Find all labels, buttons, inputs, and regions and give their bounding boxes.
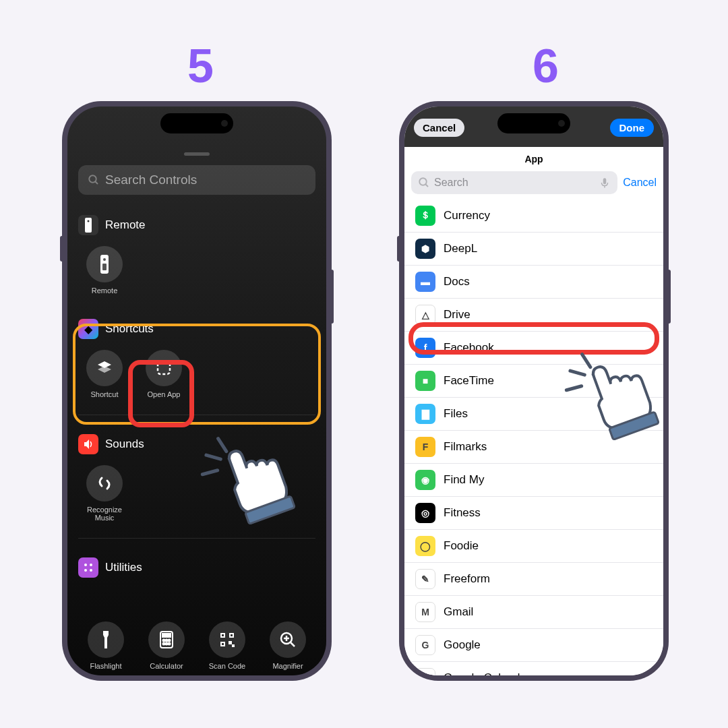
cancel-button[interactable]: Cancel (414, 119, 464, 137)
flashlight-icon (88, 621, 124, 658)
qr-icon (209, 621, 245, 658)
app-item[interactable]: MGmail (404, 596, 663, 629)
search-icon (418, 177, 430, 189)
shazam-icon (86, 465, 123, 502)
svg-line-31 (202, 469, 217, 476)
highlight-orange (73, 324, 321, 425)
sounds-section-icon (78, 434, 98, 454)
search-icon (88, 174, 100, 186)
app-name: Fitness (444, 506, 481, 520)
search-cancel-button[interactable]: Cancel (623, 177, 657, 189)
bottom-controls: Flashlight Calculator Scan Code Magnifie… (67, 621, 326, 670)
magnifier-icon (270, 621, 306, 658)
search-controls-input[interactable]: Search Controls (78, 165, 315, 195)
control-remote[interactable]: Remote (78, 246, 131, 295)
done-button[interactable]: Done (610, 119, 655, 137)
app-icon: ■ (415, 371, 435, 391)
svg-point-11 (90, 569, 92, 572)
app-item[interactable]: GGoogle (404, 629, 663, 662)
svg-line-29 (206, 451, 220, 463)
svg-point-19 (169, 643, 171, 645)
svg-rect-13 (162, 634, 171, 637)
app-name: FaceTime (444, 374, 494, 388)
svg-point-10 (84, 569, 87, 572)
control-magnifier[interactable]: Magnifier (262, 621, 314, 670)
control-recognize-music[interactable]: Recognize Music (78, 465, 131, 522)
search-placeholder: Search Controls (105, 173, 197, 187)
dynamic-island (160, 113, 233, 133)
app-icon: F (415, 437, 435, 457)
svg-point-0 (89, 175, 96, 183)
nav-header: Cancel Done (404, 119, 663, 137)
svg-point-15 (166, 640, 168, 642)
svg-line-34 (582, 353, 590, 368)
control-label: Magnifier (272, 662, 303, 670)
control-flashlight[interactable]: Flashlight (80, 621, 132, 670)
svg-point-8 (84, 564, 87, 566)
app-name: Freeform (444, 572, 490, 586)
app-name: Docs (444, 275, 470, 289)
step-number-6: 6 (533, 39, 559, 93)
control-scan-code[interactable]: Scan Code (201, 621, 253, 670)
app-icon: 31 (415, 668, 435, 675)
mic-icon[interactable] (599, 177, 611, 189)
app-icon: ✎ (415, 569, 435, 589)
app-search-input[interactable]: Search (411, 171, 617, 194)
app-item[interactable]: ◉Find My (404, 464, 663, 497)
panel-title: App (404, 147, 663, 171)
app-item[interactable]: ⬢DeepL (404, 233, 663, 266)
svg-rect-2 (85, 218, 92, 233)
app-item[interactable]: ◯Foodie (404, 530, 663, 563)
app-name: Google Calendar (444, 671, 530, 675)
app-name: Filmarks (444, 440, 487, 454)
app-item[interactable]: ✎Freeform (404, 563, 663, 596)
app-icon: ▬ (415, 272, 435, 292)
sheet-grabber[interactable] (184, 152, 210, 156)
svg-point-17 (163, 643, 165, 645)
app-item[interactable]: ＄Currency (404, 200, 663, 233)
app-item[interactable]: 31Google Calendar (404, 662, 663, 675)
app-name: Find My (444, 473, 484, 487)
app-name: Google (444, 638, 481, 652)
control-calculator[interactable]: Calculator (140, 621, 193, 670)
app-name: DeepL (444, 242, 477, 255)
tap-cursor-right (559, 334, 667, 448)
svg-rect-20 (229, 642, 231, 644)
app-icon: ◯ (415, 536, 435, 556)
svg-point-18 (166, 643, 168, 645)
app-icon: ▇ (415, 404, 435, 424)
highlight-red-left (128, 360, 194, 427)
app-item[interactable]: ▬Docs (404, 266, 663, 299)
control-label: Flashlight (90, 662, 121, 670)
section-title-utilities: Utilities (105, 561, 142, 574)
control-label: Remote (92, 286, 118, 295)
app-icon: ◉ (415, 470, 435, 490)
utilities-section-icon (78, 557, 98, 578)
phone-frame-left: Search Controls Remote Remote (62, 101, 332, 681)
svg-point-9 (90, 564, 92, 566)
app-icon: G (415, 635, 435, 655)
svg-line-27 (425, 184, 428, 187)
app-name: Foodie (444, 539, 479, 553)
divider (78, 538, 315, 539)
svg-line-1 (95, 181, 98, 184)
section-title-sounds: Sounds (105, 437, 144, 451)
app-name: Gmail (444, 605, 473, 619)
tap-cursor-left (195, 418, 303, 533)
svg-point-16 (169, 640, 171, 642)
svg-rect-6 (102, 264, 107, 270)
control-label: Scan Code (209, 662, 245, 670)
screen-left: Search Controls Remote Remote (67, 107, 326, 675)
svg-line-23 (291, 642, 295, 646)
app-item[interactable]: ◎Fitness (404, 497, 663, 530)
app-picker-panel: App Search Cancel (404, 147, 663, 200)
app-name: Currency (444, 209, 490, 222)
app-name: Drive (444, 308, 471, 322)
calculator-icon (148, 621, 185, 658)
remote-icon (86, 246, 123, 282)
app-icon: M (415, 602, 435, 622)
svg-rect-28 (603, 178, 607, 184)
section-utilities: Utilities (67, 547, 326, 586)
svg-line-33 (570, 367, 584, 379)
svg-line-30 (218, 437, 226, 452)
